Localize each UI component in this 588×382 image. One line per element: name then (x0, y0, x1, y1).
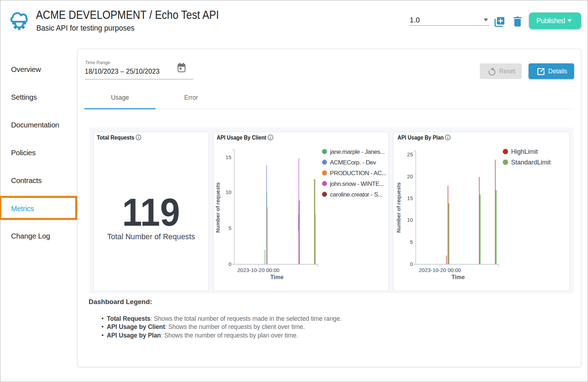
svg-text:Time: Time (270, 274, 283, 280)
svg-text:2023-10-20 00:00: 2023-10-20 00:00 (237, 267, 279, 273)
svg-text:i: i (270, 135, 271, 140)
svg-text:i: i (447, 135, 448, 140)
svg-text:i: i (138, 135, 139, 140)
svg-text:25: 25 (407, 152, 413, 157)
svg-text:10: 10 (226, 189, 231, 195)
svg-text:10: 10 (407, 217, 413, 223)
svg-text:caroline.creator - S...: caroline.creator - S... (330, 191, 382, 198)
svg-text:Time: Time (451, 274, 464, 280)
svg-text:jane.marple - Janes...: jane.marple - Janes... (330, 148, 385, 155)
svg-text:Number of requests: Number of requests (215, 182, 221, 233)
svg-text:PRODUCTION - AC...: PRODUCTION - AC... (330, 170, 386, 177)
svg-text:15: 15 (407, 195, 413, 201)
svg-text:Number of requests: Number of requests (395, 182, 401, 233)
svg-text:0: 0 (229, 261, 231, 267)
svg-text:0: 0 (410, 261, 413, 267)
svg-text:HighLimit: HighLimit (511, 148, 538, 155)
svg-text:john.snow - WINTE...: john.snow - WINTE... (330, 180, 384, 187)
svg-text:ACMECorp. - Dev: ACMECorp. - Dev (330, 159, 376, 166)
svg-text:20: 20 (407, 174, 413, 179)
svg-text:5: 5 (229, 225, 231, 231)
svg-text:2023-10-20 00:00: 2023-10-20 00:00 (419, 267, 461, 273)
svg-text:15: 15 (226, 155, 231, 160)
svg-text:StandardLimit: StandardLimit (511, 159, 551, 166)
svg-text:5: 5 (410, 239, 413, 245)
